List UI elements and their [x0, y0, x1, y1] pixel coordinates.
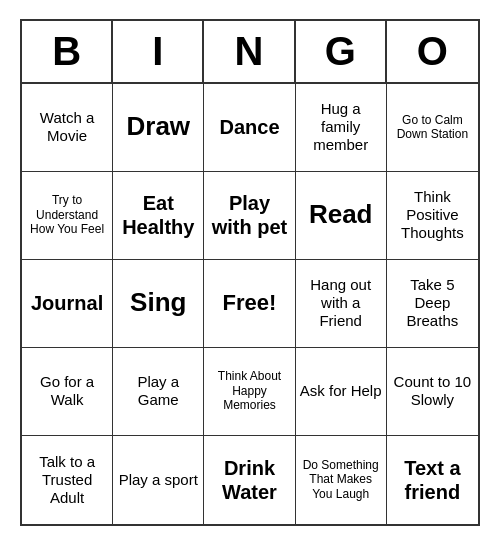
- cell-text-16: Play a Game: [117, 373, 199, 409]
- cell-text-15: Go for a Walk: [26, 373, 108, 409]
- bingo-cell-8: Read: [296, 172, 387, 260]
- header-letter-g: G: [296, 21, 387, 82]
- cell-text-19: Count to 10 Slowly: [391, 373, 474, 409]
- bingo-cell-5: Try to Understand How You Feel: [22, 172, 113, 260]
- cell-text-10: Journal: [31, 291, 103, 315]
- bingo-cell-9: Think Positive Thoughts: [387, 172, 478, 260]
- cell-text-3: Hug a family member: [300, 100, 382, 154]
- bingo-cell-16: Play a Game: [113, 348, 204, 436]
- bingo-cell-20: Talk to a Trusted Adult: [22, 436, 113, 524]
- cell-text-12: Free!: [223, 290, 277, 316]
- bingo-card: BINGO Watch a MovieDrawDanceHug a family…: [20, 19, 480, 526]
- bingo-cell-23: Do Something That Makes You Laugh: [296, 436, 387, 524]
- bingo-cell-15: Go for a Walk: [22, 348, 113, 436]
- cell-text-24: Text a friend: [391, 456, 474, 504]
- cell-text-20: Talk to a Trusted Adult: [26, 453, 108, 507]
- cell-text-17: Think About Happy Memories: [208, 369, 290, 412]
- cell-text-1: Draw: [127, 111, 191, 142]
- bingo-cell-6: Eat Healthy: [113, 172, 204, 260]
- cell-text-0: Watch a Movie: [26, 109, 108, 145]
- cell-text-13: Hang out with a Friend: [300, 276, 382, 330]
- bingo-cell-21: Play a sport: [113, 436, 204, 524]
- header-letter-b: B: [22, 21, 113, 82]
- bingo-cell-14: Take 5 Deep Breaths: [387, 260, 478, 348]
- bingo-cell-22: Drink Water: [204, 436, 295, 524]
- cell-text-18: Ask for Help: [300, 382, 382, 400]
- cell-text-8: Read: [309, 199, 373, 230]
- bingo-cell-0: Watch a Movie: [22, 84, 113, 172]
- bingo-cell-4: Go to Calm Down Station: [387, 84, 478, 172]
- cell-text-9: Think Positive Thoughts: [391, 188, 474, 242]
- header-letter-n: N: [204, 21, 295, 82]
- bingo-cell-17: Think About Happy Memories: [204, 348, 295, 436]
- bingo-cell-7: Play with pet: [204, 172, 295, 260]
- cell-text-7: Play with pet: [208, 191, 290, 239]
- cell-text-11: Sing: [130, 287, 186, 318]
- bingo-cell-24: Text a friend: [387, 436, 478, 524]
- bingo-cell-12: Free!: [204, 260, 295, 348]
- bingo-cell-11: Sing: [113, 260, 204, 348]
- bingo-grid: Watch a MovieDrawDanceHug a family membe…: [22, 84, 478, 524]
- cell-text-21: Play a sport: [119, 471, 198, 489]
- header-letter-o: O: [387, 21, 478, 82]
- bingo-cell-2: Dance: [204, 84, 295, 172]
- cell-text-22: Drink Water: [208, 456, 290, 504]
- bingo-header: BINGO: [22, 21, 478, 84]
- bingo-cell-10: Journal: [22, 260, 113, 348]
- bingo-cell-1: Draw: [113, 84, 204, 172]
- cell-text-2: Dance: [219, 115, 279, 139]
- bingo-cell-13: Hang out with a Friend: [296, 260, 387, 348]
- cell-text-14: Take 5 Deep Breaths: [391, 276, 474, 330]
- cell-text-23: Do Something That Makes You Laugh: [300, 458, 382, 501]
- bingo-cell-18: Ask for Help: [296, 348, 387, 436]
- cell-text-5: Try to Understand How You Feel: [26, 193, 108, 236]
- bingo-cell-19: Count to 10 Slowly: [387, 348, 478, 436]
- cell-text-6: Eat Healthy: [117, 191, 199, 239]
- header-letter-i: I: [113, 21, 204, 82]
- bingo-cell-3: Hug a family member: [296, 84, 387, 172]
- cell-text-4: Go to Calm Down Station: [391, 113, 474, 142]
